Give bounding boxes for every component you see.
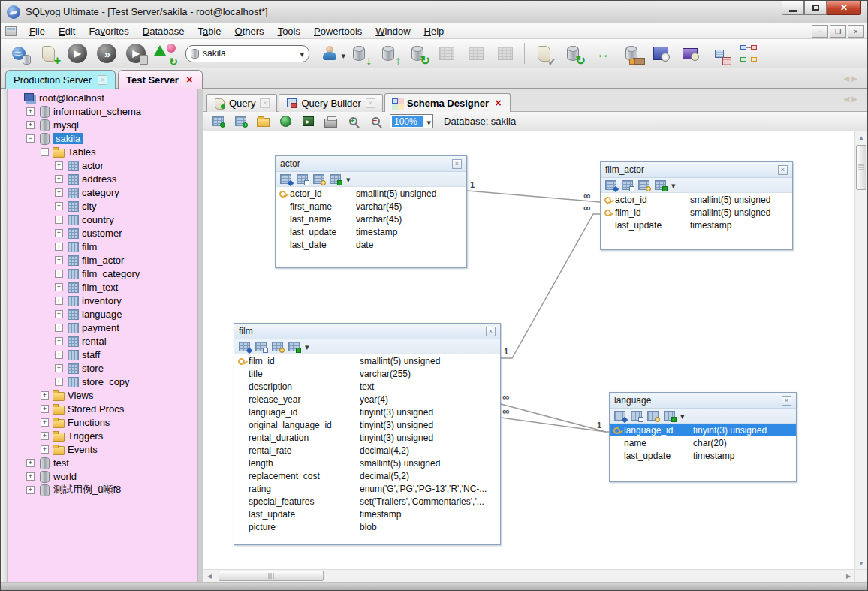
menu-item[interactable]: Edit: [52, 24, 82, 38]
minimize-button[interactable]: [782, 1, 804, 15]
copy-table-icon[interactable]: [631, 411, 642, 421]
menu-item[interactable]: Powertools: [307, 24, 369, 38]
menu-item[interactable]: File: [23, 24, 52, 38]
tree-item[interactable]: film_category: [8, 267, 197, 280]
manage-indexes-icon[interactable]: [638, 180, 649, 190]
schema-canvas[interactable]: 1 ∞ 1 ∞ ∞ ∞ 1 actor: [203, 131, 867, 569]
table-field-row[interactable]: last_update timestamp: [276, 225, 466, 238]
tree-item[interactable]: 測試用例_ü噸f8: [8, 483, 197, 496]
expander-icon[interactable]: [55, 188, 63, 197]
query-profiler-icon[interactable]: [677, 41, 704, 66]
scroll-up-arrow[interactable]: ▲: [855, 131, 867, 143]
menu-item[interactable]: Database: [136, 24, 191, 38]
tree-item[interactable]: language: [8, 307, 197, 321]
expander-icon[interactable]: [55, 229, 63, 237]
close-icon[interactable]: [260, 98, 270, 108]
expander-icon[interactable]: [41, 405, 49, 413]
table-header[interactable]: actor: [276, 156, 466, 172]
tab-scroll-arrows[interactable]: ◀▶: [844, 95, 860, 103]
scroll-down-arrow[interactable]: ▼: [855, 557, 867, 569]
insert-field-icon[interactable]: [330, 174, 341, 184]
add-table-icon[interactable]: [232, 114, 249, 129]
expander-icon[interactable]: [55, 324, 63, 332]
expander-icon[interactable]: [55, 202, 63, 210]
tree-item[interactable]: information_schema: [8, 104, 197, 118]
scrollbar-thumb[interactable]: [856, 145, 866, 190]
table-field-row[interactable]: first_name varchar(45): [276, 200, 466, 213]
close-icon[interactable]: [185, 75, 194, 85]
menu-item[interactable]: Tools: [271, 24, 307, 38]
redundant-index-finder-icon[interactable]: [706, 41, 733, 66]
tree-item[interactable]: Functions: [8, 415, 197, 429]
table-field-row[interactable]: release_year year(4): [234, 393, 500, 406]
tree-item[interactable]: root@localhost: [8, 91, 197, 104]
chevron-down-icon[interactable]: [305, 342, 309, 352]
sidebar-scrollbar[interactable]: [1, 89, 8, 582]
alter-table-icon[interactable]: [605, 180, 616, 190]
connection-tab[interactable]: Test Server: [118, 70, 203, 89]
connection-tab[interactable]: Production Server: [5, 70, 116, 89]
tree-item[interactable]: address: [8, 172, 197, 185]
tree-item[interactable]: store_copy: [8, 375, 197, 388]
table-field-row[interactable]: language_id tinyint(3) unsigned: [234, 406, 500, 418]
expander-icon[interactable]: [26, 121, 35, 129]
horizontal-scrollbar[interactable]: ◀ ▶: [203, 569, 867, 582]
chevron-down-icon[interactable]: [680, 411, 685, 421]
menu-item[interactable]: Favorites: [82, 24, 135, 38]
database-selector[interactable]: sakila: [185, 45, 309, 62]
user-manager-icon[interactable]: [316, 41, 343, 66]
mdi-close-button[interactable]: ×: [848, 25, 864, 38]
sidebar-splitter[interactable]: [197, 89, 203, 582]
menu-item[interactable]: Others: [228, 24, 271, 38]
connect-database-icon[interactable]: [5, 41, 32, 66]
zoom-level-select[interactable]: 100%: [390, 114, 433, 128]
table-header[interactable]: film_actor: [601, 162, 792, 178]
open-schema-icon[interactable]: [255, 114, 271, 129]
table-field-row[interactable]: last_name varchar(45): [276, 213, 466, 225]
table-field-row[interactable]: actor_id smallint(5) unsigned: [601, 193, 792, 206]
scroll-left-arrow[interactable]: ◀: [203, 570, 215, 582]
expander-icon[interactable]: [26, 472, 35, 481]
table-field-row[interactable]: replacement_cost decimal(5,2): [234, 469, 500, 482]
execute-for-update-icon[interactable]: ▶: [122, 41, 149, 66]
expander-icon[interactable]: [55, 283, 63, 291]
insert-field-icon[interactable]: [664, 411, 675, 421]
expander-icon[interactable]: [55, 243, 63, 251]
expander-icon[interactable]: [26, 134, 35, 143]
close-icon[interactable]: [366, 98, 375, 108]
copy-table-icon[interactable]: [255, 342, 267, 351]
tree-item[interactable]: film_text: [8, 280, 197, 294]
tree-item[interactable]: sakila: [8, 131, 197, 145]
vertical-scrollbar[interactable]: ▲ ▼: [854, 131, 867, 569]
sync-database-icon[interactable]: ↻: [404, 41, 431, 66]
expander-icon[interactable]: [26, 459, 35, 467]
alter-table-icon[interactable]: [614, 411, 625, 421]
mdi-child-icon[interactable]: [5, 26, 17, 36]
expander-icon[interactable]: [41, 445, 49, 454]
tree-item[interactable]: customer: [8, 226, 197, 240]
new-schema-icon[interactable]: [209, 114, 226, 129]
tree-item[interactable]: test: [8, 456, 197, 469]
schema-sync-icon[interactable]: →←: [589, 41, 616, 66]
expander-icon[interactable]: [41, 391, 49, 400]
expander-icon[interactable]: [55, 256, 63, 264]
content-tab[interactable]: Query: [206, 94, 277, 112]
diagram-table-actor[interactable]: actor actor_id: [275, 155, 467, 268]
close-icon[interactable]: [486, 327, 496, 336]
migration-toolkit-icon[interactable]: [618, 41, 645, 66]
tree-item[interactable]: Stored Procs: [8, 402, 197, 415]
execute-query-icon[interactable]: ▶: [64, 41, 91, 66]
print-icon[interactable]: [322, 114, 339, 129]
close-icon[interactable]: [452, 159, 462, 169]
table-field-row[interactable]: language_id tinyint(3) unsigned: [610, 424, 796, 436]
table-field-row[interactable]: actor_id smallint(5) unsigned: [276, 187, 466, 200]
close-icon[interactable]: [782, 396, 791, 406]
tree-item[interactable]: Tables: [8, 145, 197, 158]
zoom-out-icon[interactable]: −: [367, 114, 384, 129]
expander-icon[interactable]: [26, 107, 35, 116]
copy-table-icon[interactable]: [622, 180, 633, 190]
data-sync-icon[interactable]: ↻: [559, 41, 586, 66]
table-field-row[interactable]: name char(20): [610, 436, 796, 449]
copy-database-icon[interactable]: [492, 41, 519, 66]
insert-field-icon[interactable]: [288, 342, 300, 351]
